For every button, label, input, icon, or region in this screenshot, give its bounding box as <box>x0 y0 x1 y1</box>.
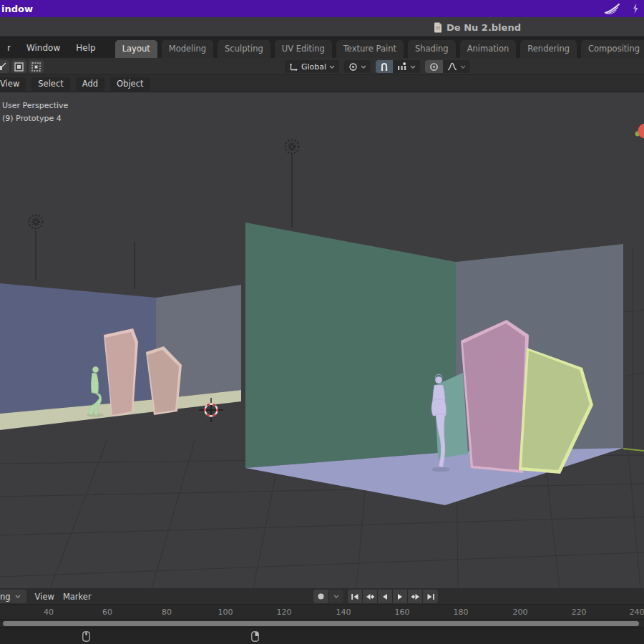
point-light-1[interactable] <box>286 140 299 154</box>
view-name: User Perspective <box>2 99 68 112</box>
titlebar: De Nu 2.blend <box>0 17 644 37</box>
viewport-menu-object[interactable]: Object <box>110 77 150 91</box>
chevron-down-icon <box>410 65 416 69</box>
viewport-menu-select[interactable]: Select <box>31 77 69 91</box>
jump-to-previous-keyframe-icon <box>366 592 375 601</box>
teal-wall[interactable] <box>245 223 456 468</box>
collection-object-name: (9) Prototype 4 <box>2 112 68 125</box>
timeline-menu-marker[interactable]: Marker <box>63 592 92 602</box>
tool-settings-header: Global <box>0 58 644 75</box>
viewport-menu-view[interactable]: View <box>0 77 26 91</box>
tab-compositing[interactable]: Compositing <box>581 40 644 58</box>
record-circle-icon <box>317 592 325 600</box>
timeline-scrollbar <box>0 620 644 628</box>
tab-layout[interactable]: Layout <box>115 40 157 58</box>
chevron-down-icon <box>333 595 339 598</box>
auto-keying-button[interactable] <box>313 590 328 603</box>
tweak-select-icon[interactable] <box>0 60 9 73</box>
jump-to-start-button[interactable] <box>348 590 363 603</box>
menu-render-truncated[interactable]: r <box>1 41 17 55</box>
os-menubar: indow <box>0 0 644 17</box>
frame-tick: 240 <box>630 608 644 617</box>
snap-increment-icon <box>397 62 407 71</box>
jump-to-end-icon <box>426 592 435 601</box>
blender-topbar: r Window Help Layout Modeling Sculpting … <box>0 37 644 58</box>
proportional-editing-toggle[interactable] <box>425 60 443 73</box>
frame-tick: 40 <box>44 608 54 617</box>
chevron-down-icon <box>329 65 335 69</box>
frame-tick: 60 <box>102 608 112 617</box>
figure-shadow <box>431 467 450 472</box>
viewport-overlay-text: User Perspective (9) Prototype 4 <box>2 99 68 125</box>
snap-target-dropdown[interactable] <box>393 60 420 73</box>
tab-rendering[interactable]: Rendering <box>520 40 577 58</box>
timeline-menu-view[interactable]: View <box>35 592 54 602</box>
auto-keying-dropdown[interactable] <box>328 590 343 603</box>
proportional-falloff-dropdown[interactable] <box>443 60 470 73</box>
right-mouse-icon <box>251 631 259 642</box>
play-reverse-icon <box>381 592 389 601</box>
frame-tick: 140 <box>336 608 351 617</box>
jump-to-next-keyframe-icon <box>411 592 420 601</box>
frame-tick: 220 <box>572 608 587 617</box>
timeline-scrollbar-thumb[interactable] <box>3 621 639 626</box>
blend-file-icon <box>434 22 442 33</box>
swoosh-icon[interactable] <box>604 3 621 15</box>
tab-animation[interactable]: Animation <box>460 40 517 58</box>
box-select-icon[interactable] <box>11 60 26 73</box>
play-button[interactable] <box>393 590 408 603</box>
keying-dropdown[interactable]: ying <box>0 590 26 603</box>
pivot-point-dropdown[interactable] <box>344 60 371 73</box>
workspace-tabs: Layout Modeling Sculpting UV Editing Tex… <box>115 37 644 58</box>
frame-tick: 200 <box>513 608 528 617</box>
falloff-curve-icon <box>447 62 457 71</box>
pink-panel[interactable] <box>461 320 529 473</box>
proportional-editing-icon <box>429 62 439 72</box>
orientation-label: Global <box>301 62 326 72</box>
orientation-axes-icon <box>289 62 298 71</box>
statusbar <box>0 628 644 644</box>
box-select-extend-icon[interactable] <box>29 60 44 73</box>
tab-uv-editing[interactable]: UV Editing <box>275 40 332 58</box>
point-light-2[interactable] <box>29 215 43 229</box>
chevron-down-icon <box>361 65 366 69</box>
timeline-header: ying View Marker <box>0 588 644 605</box>
menu-window[interactable]: Window <box>20 41 67 55</box>
axis-gizmo-partial[interactable] <box>635 124 644 139</box>
frame-tick: 80 <box>162 608 172 617</box>
filename: De Nu 2.blend <box>447 22 521 33</box>
viewport-menu-add[interactable]: Add <box>76 77 104 91</box>
jump-to-start-icon <box>351 592 359 601</box>
jump-to-end-button[interactable] <box>423 590 438 603</box>
snap-magnet-toggle[interactable] <box>376 60 393 73</box>
jump-to-previous-keyframe-button[interactable] <box>363 590 378 603</box>
tab-shading[interactable]: Shading <box>408 40 456 58</box>
snap-magnet-icon <box>380 62 389 72</box>
middle-mouse-icon <box>82 631 90 642</box>
tab-modeling[interactable]: Modeling <box>162 40 213 58</box>
tab-texture-paint[interactable]: Texture Paint <box>336 40 404 58</box>
blender-window: indow De Nu 2.blend r W <box>0 0 644 644</box>
frame-tick: 120 <box>277 608 292 617</box>
y-axis-line <box>623 449 644 451</box>
menubar-window-menu[interactable]: indow <box>1 4 33 14</box>
play-icon <box>396 592 404 601</box>
chevron-down-icon <box>460 65 466 69</box>
frame-tick: 160 <box>395 608 410 617</box>
transform-orientation-dropdown[interactable]: Global <box>285 60 339 73</box>
bolt-icon[interactable] <box>631 3 640 14</box>
menu-help[interactable]: Help <box>69 41 102 55</box>
frame-tick: 180 <box>454 608 469 617</box>
timeline-ruler[interactable]: 40 60 80 100 120 140 160 180 200 220 240 <box>0 605 644 620</box>
viewport-canvas[interactable] <box>0 92 644 588</box>
3d-viewport[interactable]: User Perspective (9) Prototype 4 <box>0 92 644 588</box>
viewport-header: View Select Add Object <box>0 75 644 92</box>
pivot-point-icon <box>348 62 358 72</box>
play-reverse-button[interactable] <box>378 590 393 603</box>
chevron-down-icon <box>15 595 21 598</box>
frame-tick: 100 <box>218 608 233 617</box>
jump-to-next-keyframe-button[interactable] <box>408 590 423 603</box>
tab-sculpting[interactable]: Sculpting <box>218 40 270 58</box>
